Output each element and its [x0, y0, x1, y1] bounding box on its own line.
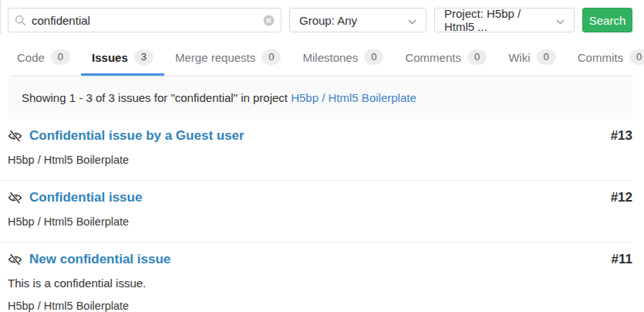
eye-slash-icon [8, 253, 22, 266]
result-head: Confidential issue #12 [8, 190, 632, 205]
tab-count-badge: 0 [51, 49, 70, 65]
issue-id: #12 [611, 190, 632, 205]
tab-label: Merge requests [175, 51, 255, 64]
search-toolbar: Group: Any Project: H5bp / Html5 ... Sea… [0, 0, 644, 40]
tab-count-badge: 0 [467, 49, 487, 65]
results-summary-bar: Showing 1 - 3 of 3 issues for "confident… [8, 76, 632, 119]
tab-milestones[interactable]: Milestones 0 [292, 49, 394, 76]
issue-project: H5bp / Html5 Boilerplate [8, 300, 632, 312]
project-filter-dropdown[interactable]: Project: H5bp / Html5 ... [434, 8, 575, 32]
issue-result-row: New confidential issue #11 This is a con… [0, 242, 632, 312]
tab-label: Wiki [508, 51, 530, 64]
results-summary-text: Showing 1 - 3 of 3 issues for "confident… [22, 91, 288, 104]
tab-count-badge: 0 [629, 49, 644, 65]
search-button[interactable]: Search [582, 8, 632, 32]
tab-merge-requests[interactable]: Merge requests 0 [164, 49, 292, 76]
tab-issues[interactable]: Issues 3 [81, 49, 164, 76]
tab-count-badge: 0 [537, 49, 556, 65]
tab-comments[interactable]: Comments 0 [394, 49, 497, 76]
tab-label: Comments [405, 51, 461, 64]
tab-label: Issues [92, 51, 128, 64]
eye-slash-icon [8, 130, 22, 142]
issue-title-link[interactable]: Confidential issue [8, 190, 142, 205]
search-input[interactable] [32, 8, 258, 32]
search-icon [15, 15, 26, 29]
tab-wiki[interactable]: Wiki 0 [497, 49, 567, 76]
search-field[interactable] [8, 8, 282, 32]
issue-id: #13 [611, 128, 632, 144]
clear-icon[interactable] [263, 15, 275, 29]
eye-slash-icon [8, 192, 22, 204]
issue-title-link[interactable]: New confidential issue [8, 252, 170, 267]
chevron-down-icon [408, 14, 416, 27]
result-head: Confidential issue by a Guest user #13 [8, 128, 632, 144]
tab-commits[interactable]: Commits 0 [567, 49, 644, 76]
issue-project: H5bp / Html5 Boilerplate [8, 215, 632, 228]
tab-count-badge: 0 [261, 49, 281, 65]
issue-title-text: Confidential issue by a Guest user [29, 128, 244, 144]
project-filter-label: Project: H5bp / Html5 ... [444, 7, 550, 33]
tab-label: Code [17, 51, 45, 64]
tab-label: Milestones [302, 51, 358, 64]
search-results-list: Confidential issue by a Guest user #13 H… [0, 119, 632, 312]
issue-title-text: New confidential issue [29, 252, 170, 267]
chevron-down-icon [556, 14, 565, 27]
issue-description: This is a confidential issue. [8, 276, 632, 290]
result-head: New confidential issue #11 [8, 252, 632, 267]
issue-project: H5bp / Html5 Boilerplate [8, 154, 632, 166]
group-filter-dropdown[interactable]: Group: Any [289, 8, 427, 32]
tab-count-badge: 0 [364, 49, 383, 65]
group-filter-label: Group: Any [299, 14, 357, 27]
issue-result-row: Confidential issue #12 H5bp / Html5 Boil… [0, 180, 632, 242]
issue-title-text: Confidential issue [29, 190, 142, 205]
tab-code[interactable]: Code 0 [11, 49, 81, 76]
tab-count-badge: 3 [134, 49, 153, 65]
issue-title-link[interactable]: Confidential issue by a Guest user [8, 128, 244, 144]
search-scope-tabs: Code 0 Issues 3 Merge requests 0 Milesto… [11, 40, 632, 76]
issue-result-row: Confidential issue by a Guest user #13 H… [0, 119, 632, 180]
tab-label: Commits [578, 51, 623, 64]
summary-project-link[interactable]: H5bp / Html5 Boilerplate [291, 91, 416, 104]
issue-id: #11 [612, 252, 632, 267]
